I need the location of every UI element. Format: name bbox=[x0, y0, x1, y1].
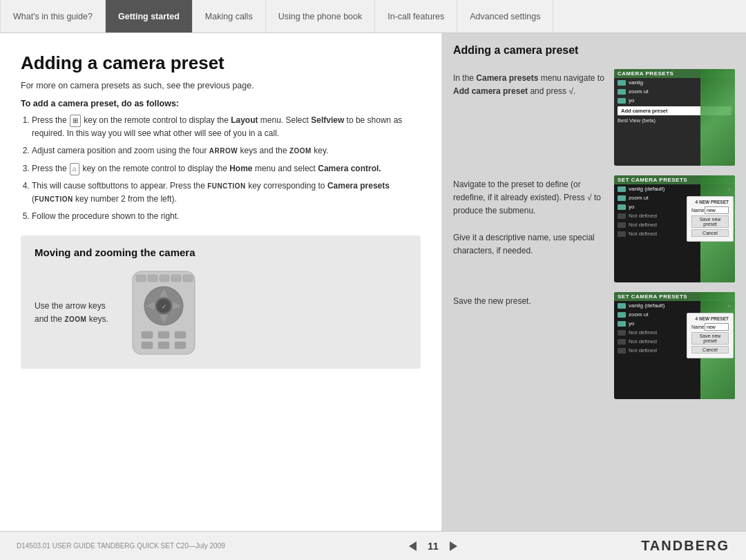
layout-key-icon: ⊞ bbox=[70, 115, 81, 127]
gray-box-text: Use the arrow keys and the zoom keys. bbox=[35, 300, 108, 326]
moving-zooming-box: Moving and zooming the camera Use the ar… bbox=[21, 235, 421, 369]
footer-copyright: D14503.01 USER GUIDE TANDBERG QUICK SET … bbox=[17, 542, 225, 550]
screen-mockup-1: CAMERA PRESETS vanlig zoom ut yo Add cam… bbox=[614, 69, 735, 166]
function-key-label: Function bbox=[207, 182, 246, 190]
popup-save-btn[interactable]: Save new preset bbox=[691, 215, 729, 228]
svg-rect-17 bbox=[142, 342, 153, 349]
popup3-title: 4 NEW PRESET bbox=[691, 316, 729, 321]
arrow-key-ref: arrow bbox=[66, 301, 86, 311]
popup-title: 4 NEW PRESET bbox=[691, 200, 729, 204]
arrow-key-label: arrow bbox=[209, 147, 238, 155]
home-key-icon: ⌂ bbox=[70, 163, 79, 175]
screen2-icon-1 bbox=[618, 186, 626, 192]
screen-mockup-2: SET CAMERA PRESETS vanlig (default) ▶ zo… bbox=[614, 175, 735, 282]
right-section-3: Save the new preset. SET CAMERA PRESETS … bbox=[453, 292, 735, 399]
page-number: 11 bbox=[428, 541, 439, 552]
footer: D14503.01 USER GUIDE TANDBERG QUICK SET … bbox=[0, 531, 746, 560]
step-3: Press the ⌂ key on the remote control to… bbox=[32, 162, 421, 175]
nav-getting-started[interactable]: Getting started bbox=[106, 0, 193, 32]
step-4: This will cause softbuttons to appear. P… bbox=[32, 180, 421, 206]
svg-rect-19 bbox=[175, 342, 186, 349]
page-title: Adding a camera preset bbox=[21, 52, 421, 74]
screen2-icon-5 bbox=[618, 222, 626, 228]
nav-in-call-features[interactable]: In-call features bbox=[375, 0, 457, 32]
nav-whats-in-guide[interactable]: What's in this guide? bbox=[0, 0, 106, 32]
function-key-label2: function bbox=[35, 195, 73, 203]
right-panel: Adding a camera preset In the Camera pre… bbox=[442, 33, 746, 531]
popup3-cancel-btn[interactable]: Cancel bbox=[691, 346, 729, 354]
screen1-green-bg bbox=[700, 69, 735, 166]
popup3-save-btn[interactable]: Save new preset bbox=[691, 332, 729, 345]
svg-rect-15 bbox=[158, 331, 169, 338]
main-content: Adding a camera preset For more on camer… bbox=[0, 33, 746, 531]
zoom-key-label: zoom bbox=[289, 147, 312, 155]
zoom-key-ref: zoom bbox=[64, 316, 86, 323]
gray-box-title: Moving and zooming the camera bbox=[35, 247, 407, 258]
svg-rect-5 bbox=[183, 275, 193, 282]
screen3-icon-2 bbox=[618, 312, 626, 318]
steps-list: Press the ⊞ key on the remote control to… bbox=[21, 114, 421, 223]
intro-text: For more on camera presets as such, see … bbox=[21, 81, 421, 90]
screen1-item-icon bbox=[618, 80, 626, 86]
screen3-icon-3 bbox=[618, 321, 626, 327]
screen3-icon-6 bbox=[618, 348, 626, 354]
popup3-name-row: Name bbox=[691, 323, 729, 331]
screen1-item-icon3 bbox=[618, 98, 626, 104]
svg-rect-1 bbox=[136, 275, 146, 282]
svg-rect-3 bbox=[160, 275, 169, 282]
left-panel: Adding a camera preset For more on camer… bbox=[0, 33, 442, 531]
screen2-icon-2 bbox=[618, 195, 626, 201]
screen1-item-icon2 bbox=[618, 89, 626, 95]
popup-name-row: Name bbox=[691, 206, 729, 214]
nav-advanced-settings[interactable]: Advanced settings bbox=[457, 0, 553, 32]
svg-rect-2 bbox=[148, 275, 157, 282]
right-panel-title: Adding a camera preset bbox=[453, 44, 735, 57]
popup3-name-input[interactable] bbox=[705, 323, 729, 331]
svg-rect-18 bbox=[158, 342, 169, 349]
brand-logo: TANDBERG bbox=[641, 538, 729, 554]
screen3-popup: 4 NEW PRESET Name Save new preset Cancel bbox=[687, 313, 734, 358]
remote-control-image: ✓ bbox=[122, 268, 205, 358]
svg-rect-16 bbox=[175, 331, 186, 338]
screen-mockup-3: SET CAMERA PRESETS vanlig (default) ▶ zo… bbox=[614, 292, 735, 399]
section1-desc: In the Camera presets menu navigate to A… bbox=[453, 69, 607, 98]
step-1: Press the ⊞ key on the remote control to… bbox=[32, 114, 421, 140]
footer-navigation: 11 bbox=[409, 541, 457, 552]
section-heading: To add a camera preset, do as follows: bbox=[21, 99, 421, 108]
screen3-icon-4 bbox=[618, 330, 626, 336]
step-2: Adjust camera position and zoom using th… bbox=[32, 144, 421, 157]
svg-text:✓: ✓ bbox=[161, 304, 166, 310]
section2-desc: Navigate to the preset to define (or red… bbox=[453, 175, 607, 258]
screen2-icon-3 bbox=[618, 204, 626, 210]
popup-name-input[interactable] bbox=[705, 206, 729, 214]
svg-rect-4 bbox=[171, 275, 181, 282]
screen2-icon-6 bbox=[618, 231, 626, 237]
gray-box-inner: Use the arrow keys and the zoom keys. bbox=[35, 268, 407, 358]
top-navigation: What's in this guide? Getting started Ma… bbox=[0, 0, 746, 33]
nav-making-calls[interactable]: Making calls bbox=[193, 0, 266, 32]
next-page-button[interactable] bbox=[450, 541, 457, 551]
svg-rect-14 bbox=[142, 331, 153, 338]
nav-using-phone-book[interactable]: Using the phone book bbox=[266, 0, 376, 32]
section3-desc: Save the new preset. bbox=[453, 292, 607, 308]
right-section-2: Navigate to the preset to define (or red… bbox=[453, 175, 735, 282]
screen2-popup: 4 NEW PRESET Name Save new preset Cancel bbox=[687, 196, 734, 242]
screen3-icon-1 bbox=[618, 303, 626, 309]
screen3-icon-5 bbox=[618, 339, 626, 345]
popup-cancel-btn[interactable]: Cancel bbox=[691, 229, 729, 237]
right-section-1: In the Camera presets menu navigate to A… bbox=[453, 69, 735, 166]
screen2-icon-4 bbox=[618, 213, 626, 219]
step-5: Follow the procedure shown to the right. bbox=[32, 210, 421, 223]
prev-page-button[interactable] bbox=[409, 541, 417, 551]
